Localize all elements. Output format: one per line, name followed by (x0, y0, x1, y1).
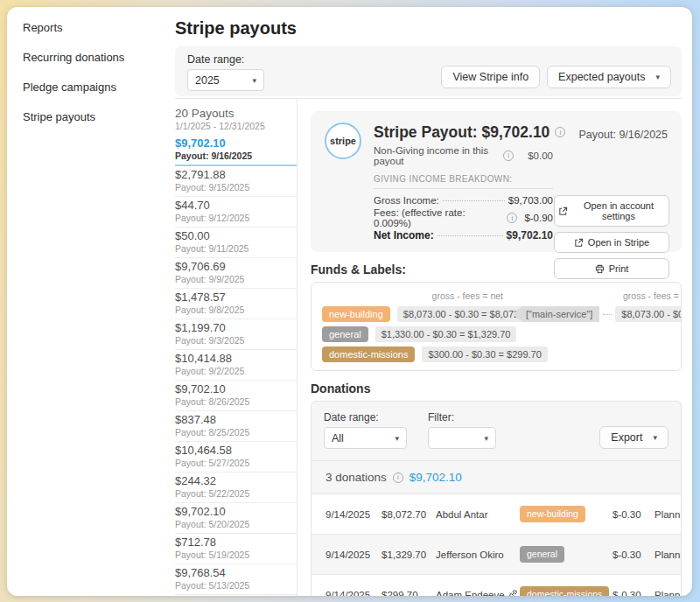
donations-filter-label: Filter: (428, 411, 496, 424)
gross-income-value: $9,703.00 (508, 195, 553, 206)
donor-name[interactable]: Abdul Antar (436, 509, 487, 520)
fund-tag[interactable]: domestic-missions (322, 346, 415, 362)
payout-list-item[interactable]: $9,702.10 Payout: 8/26/2025 (175, 381, 297, 411)
payouts-list: 20 Payouts 1/1/2025 - 12/31/2025 $9,702.… (175, 99, 298, 596)
payout-date: Payout: 9/15/2025 (175, 183, 297, 192)
info-icon[interactable]: i (503, 150, 514, 161)
donations-filters: Date range: All ▾ Filter: ▾ (312, 402, 681, 461)
donations-total[interactable]: $9,702.10 (410, 471, 462, 484)
funds-column-header: gross - fees = net (322, 290, 503, 302)
fund-tag[interactable]: general (322, 326, 368, 342)
sidebar-item[interactable]: Recurring donations (23, 51, 175, 64)
payout-date: Payout: 9/3/2025 (175, 336, 297, 346)
payout-list-item[interactable]: $244.32 Payout: 5/22/2025 (175, 472, 297, 503)
info-glyph: i (512, 214, 514, 222)
payout-list-item[interactable]: $10,414.88 Payout: 9/2/2025 (175, 350, 297, 381)
print-button[interactable]: Print (554, 258, 669, 279)
fund-tag[interactable]: new-building (322, 306, 390, 322)
dotted-leader (443, 200, 505, 201)
fund-row: domestic-missions $300.00 - $0.30 = $299… (322, 346, 670, 362)
donation-date: 9/14/2025 (326, 550, 382, 560)
donor-name[interactable]: Jefferson Okiro (436, 550, 504, 560)
open-in-account-settings-button[interactable]: Open in account settings (554, 195, 669, 227)
dotted-leader (603, 314, 612, 315)
fund-group: domestic-missions $300.00 - $0.30 = $299… (322, 346, 503, 362)
payout-list-item[interactable]: $44.70 Payout: 9/12/2025 (175, 197, 297, 228)
payout-list-item[interactable]: $9,702.10 Payout: 5/20/2025 (175, 503, 297, 534)
info-glyph: i (559, 129, 561, 136)
payout-date: Payout: 9/9/2025 (175, 275, 297, 284)
donations-heading: Donations (311, 382, 682, 396)
payout-date: Payout: 9/12/2025 (175, 214, 297, 223)
payout-list-item[interactable]: $712.78 Payout: 5/19/2025 (175, 534, 297, 564)
donation-row[interactable]: 9/14/2025 $1,329.70 Jefferson Okiro gene… (312, 534, 681, 574)
donation-donor: Jefferson Okiro (436, 550, 520, 560)
payout-list-item[interactable]: $837.48 Payout: 8/25/2025 (175, 411, 297, 442)
payout-amount: $9,702.10 (175, 137, 297, 150)
expected-payouts-button[interactable]: Expected payouts ▾ (547, 66, 671, 88)
net-income-row: Net Income: $9,702.10 (374, 229, 553, 242)
donations-date-range-field: Date range: All ▾ (324, 411, 407, 449)
caret-down-icon: ▾ (655, 73, 660, 81)
payout-list-item[interactable]: $10,464.58 Payout: 5/27/2025 (175, 442, 297, 472)
caret-down-icon: ▾ (252, 76, 256, 85)
open-in-stripe-button[interactable]: Open in Stripe (554, 232, 669, 253)
donation-row[interactable]: 9/14/2025 $299.70 Adam Endeeve domestic-… (312, 574, 681, 596)
view-stripe-info-button[interactable]: View Stripe info (441, 66, 540, 88)
donor-name[interactable]: Adam Endeeve (436, 590, 505, 597)
app-window: Reports Recurring donations Pledge campa… (7, 7, 692, 596)
donations-filter-select[interactable]: ▾ (428, 427, 496, 449)
payout-list-item[interactable]: $50.00 Payout: 9/11/2025 (175, 228, 297, 258)
donation-fund-tag[interactable]: new-building (520, 506, 585, 522)
payout-list-item[interactable]: $9,702.10 Payout: 9/16/2025 (175, 135, 297, 166)
payout-list-item[interactable]: $9,706.69 Payout: 9/9/2025 (175, 258, 297, 289)
donations-table: 9/14/2025 $8,072.70 Abdul Antar new-buil… (312, 494, 681, 596)
info-glyph: i (397, 473, 399, 481)
payouts-list-header: 20 Payouts 1/1/2025 - 12/31/2025 (175, 107, 297, 131)
donations-count: 3 donations (326, 471, 387, 484)
dotted-leader (438, 235, 503, 236)
non-giving-value: $0.00 (528, 150, 553, 161)
payouts-count: 20 Payouts (175, 107, 297, 121)
sidebar-item[interactable]: Reports (23, 21, 175, 34)
donation-source: Planning Ce (654, 550, 682, 560)
fees-label: Fees: (effective rate: 0.009%) (374, 207, 504, 228)
info-icon[interactable]: i (393, 472, 403, 483)
fund-row: new-building $8,073.00 - $0.30 = $8,072.… (322, 306, 670, 322)
sidebar-item[interactable]: Pledge campaigns (23, 80, 175, 94)
payout-date: Payout: 5/19/2025 (175, 550, 297, 560)
donation-fund-tag[interactable]: domestic-missions (520, 586, 609, 596)
donation-amount: $1,329.70 (382, 550, 436, 560)
donation-row[interactable]: 9/14/2025 $8,072.70 Abdul Antar new-buil… (312, 494, 681, 534)
payout-date: Payout: 9/11/2025 (175, 244, 297, 254)
donations-filter-field: Filter: ▾ (428, 411, 496, 449)
donation-amount: $299.70 (382, 590, 436, 597)
caret-down-icon: ▾ (653, 433, 657, 442)
payout-list-item[interactable]: $2,791.88 Payout: 9/15/2025 (175, 166, 297, 197)
payout-title: Stripe Payout: $9,702.10 (374, 122, 550, 142)
open-in-stripe-label: Open in Stripe (588, 237, 649, 248)
info-glyph: i (508, 151, 509, 159)
summary-payout-date: Payout: 9/16/2025 (579, 129, 668, 141)
payout-list-item[interactable]: $1,199.70 Payout: 9/3/2025 (175, 319, 297, 350)
payout-amount: $44.70 (175, 200, 297, 212)
toolbar: Date range: 2025 ▾ View Stripe info Expe… (175, 46, 682, 96)
payout-list-item[interactable]: $9,768.54 Payout: 5/13/2025 (175, 564, 297, 595)
label-tag[interactable]: ["main-service"] (512, 306, 599, 322)
info-icon[interactable]: i (507, 213, 517, 223)
fund-group: general $1,330.00 - $0.30 = $1,329.70 (322, 326, 503, 342)
donations-count-row: 3 donations i $9,702.10 (312, 461, 681, 494)
payout-list-item[interactable]: $1,478.57 Payout: 9/8/2025 (175, 289, 297, 319)
fees-value: $-0.90 (524, 213, 553, 223)
net-income-label: Net Income: (374, 229, 434, 242)
date-range-select[interactable]: 2025 ▾ (187, 69, 264, 91)
donation-fee: $-0.30 (612, 509, 654, 520)
external-link-icon (574, 238, 584, 248)
donation-fund-tag[interactable]: general (520, 546, 564, 563)
date-range-label: Date range: (187, 53, 669, 66)
info-icon[interactable]: i (555, 127, 565, 137)
donations-date-range-select[interactable]: All ▾ (324, 427, 407, 449)
donation-amount: $8,072.70 (382, 509, 436, 520)
sidebar-item[interactable]: Stripe payouts (23, 110, 175, 123)
export-button[interactable]: Export ▾ (599, 426, 668, 449)
